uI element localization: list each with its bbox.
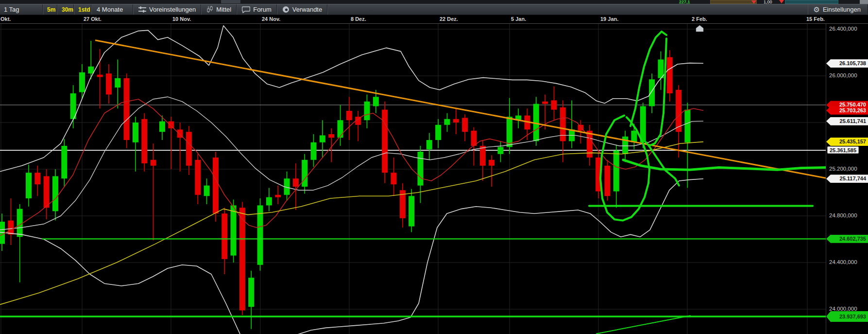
toolbar-item-label: 30m: [62, 6, 73, 13]
toolbar: 1 Tag5m30m1std4 MonateVoreinstellungenMi…: [0, 4, 868, 15]
toolbar-item-voreinstellungen[interactable]: Voreinstellungen: [133, 4, 201, 15]
candle-body: [658, 59, 664, 78]
dropdown-fragment-left[interactable]: [710, 0, 757, 4]
settings-label: Einstellungen: [823, 6, 861, 13]
candle-body: [551, 100, 557, 109]
toolbar-item-verwandte[interactable]: Verwandte: [277, 4, 327, 15]
chart-canvas[interactable]: [0, 24, 826, 334]
candle-body: [676, 90, 681, 132]
candle-body: [435, 125, 441, 140]
candle-body: [52, 176, 58, 211]
price-tag: 26.105,738: [826, 59, 868, 68]
date-label: 5 Jan.: [511, 16, 526, 22]
price-label: 24.800,000: [829, 212, 857, 218]
price-tag: 25.435,157: [826, 138, 868, 146]
drawn-hstroke: [623, 160, 826, 170]
candle-body: [124, 78, 130, 140]
price-tag: 25.611,741: [826, 117, 868, 125]
candle-body: [168, 122, 174, 128]
candle-body: [328, 134, 334, 138]
candle-body: [204, 186, 210, 196]
toolbar-item-label: Mittel: [216, 6, 231, 13]
toolbar-item-5m[interactable]: 5m: [43, 4, 57, 15]
candle-body: [266, 197, 272, 206]
price-axis[interactable]: 26.400,00026.000,00025.200,00024.800,000…: [826, 24, 868, 334]
candle-body: [106, 73, 112, 94]
date-label: Okt.: [0, 16, 11, 22]
candle-body: [97, 75, 103, 77]
toolbar-item-30m[interactable]: 30m: [57, 4, 74, 15]
candle-body: [604, 166, 610, 196]
candle-body: [115, 78, 120, 88]
candle-body: [8, 221, 14, 235]
date-axis[interactable]: Okt.27 Okt.10 Nov.24 Nov.8 Dez.22 Dez.5 …: [0, 15, 868, 24]
date-label: 8 Dez.: [351, 16, 366, 22]
price-tag: 23.937,693: [826, 311, 868, 322]
candle-body: [311, 142, 317, 160]
date-label: 10 Nov.: [172, 16, 191, 22]
sliders-icon: [138, 6, 146, 13]
candle-body: [248, 278, 254, 307]
candle-body: [61, 146, 67, 178]
candle-body: [293, 178, 299, 187]
candle-body: [34, 173, 40, 184]
toolbar-item-label: 1std: [78, 6, 90, 13]
candle-body: [213, 158, 219, 213]
toolbar-items: 1 Tag5m30m1std4 MonateVoreinstellungenMi…: [0, 4, 327, 15]
candle-body: [462, 118, 468, 132]
toolbar-item-label: Forum: [253, 6, 272, 13]
candle-body: [373, 97, 379, 106]
price-label: 25.200,000: [829, 166, 857, 172]
toolbar-item-1std[interactable]: 1std: [74, 4, 91, 15]
candle-body: [79, 72, 85, 92]
date-label: 24 Nov.: [262, 16, 280, 22]
value-fragment: 1,00: [764, 0, 772, 4]
toolbar-item-mittel[interactable]: Mittel: [201, 4, 237, 15]
dropdown-fragment-right[interactable]: [785, 0, 838, 4]
toolbar-item-1-tag[interactable]: 1 Tag: [0, 4, 43, 15]
candle-body: [151, 160, 156, 166]
candle-body: [133, 123, 138, 142]
price-label: 26.400,000: [829, 26, 857, 32]
toolbar-spacer: [327, 4, 808, 15]
trading-app-window: 227,1 1,00 1 Tag5m30m1std4 MonateVoreins…: [0, 0, 868, 334]
toolbar-item-label: Voreinstellungen: [149, 6, 196, 13]
candle-body: [471, 131, 477, 146]
candle-body: [489, 160, 494, 166]
candle-body: [418, 152, 424, 186]
latest-marker[interactable]: [696, 25, 703, 32]
drawn-tail: [649, 146, 679, 186]
dropdown-arrow-icon: [779, 0, 784, 3]
toolbar-item-forum[interactable]: Forum: [237, 4, 277, 15]
candle-body: [408, 196, 414, 226]
candle-body: [44, 176, 50, 208]
date-label: 19 Jan.: [600, 16, 618, 22]
top-notch: [221, 0, 240, 3]
candle-body: [542, 102, 548, 104]
toolbar-item-label: Verwandte: [292, 6, 322, 13]
price-tag-boxed: 25.361,585: [827, 146, 859, 154]
candle-body: [382, 110, 388, 173]
candle-body: [391, 173, 397, 184]
candle-body: [480, 146, 486, 166]
candle-body: [631, 131, 637, 142]
toolbar-item-label: 4 Monate: [97, 6, 123, 13]
quote-fragment: 227,1: [679, 0, 690, 4]
candle-body: [231, 205, 237, 255]
candle-body: [302, 160, 307, 187]
candle-body: [649, 79, 655, 106]
toolbar-item-4-monate[interactable]: 4 Monate: [91, 4, 133, 15]
price-label: 26.000,000: [829, 72, 857, 78]
price-tag: 24.602,735: [826, 235, 868, 243]
date-label: 27 Okt.: [84, 16, 102, 22]
settings-button[interactable]: ⚙ Einstellungen: [808, 4, 868, 15]
candle-body: [364, 102, 370, 120]
candle-body: [26, 173, 32, 198]
top-strip: 227,1 1,00: [0, 0, 868, 4]
dropdown-arrow-icon: [751, 0, 756, 4]
candle-body: [239, 208, 245, 310]
candle-body: [444, 119, 450, 125]
candles-icon: [206, 6, 213, 13]
price-label: 24.400,000: [829, 259, 857, 265]
price-label: 24.000,000: [829, 306, 857, 312]
